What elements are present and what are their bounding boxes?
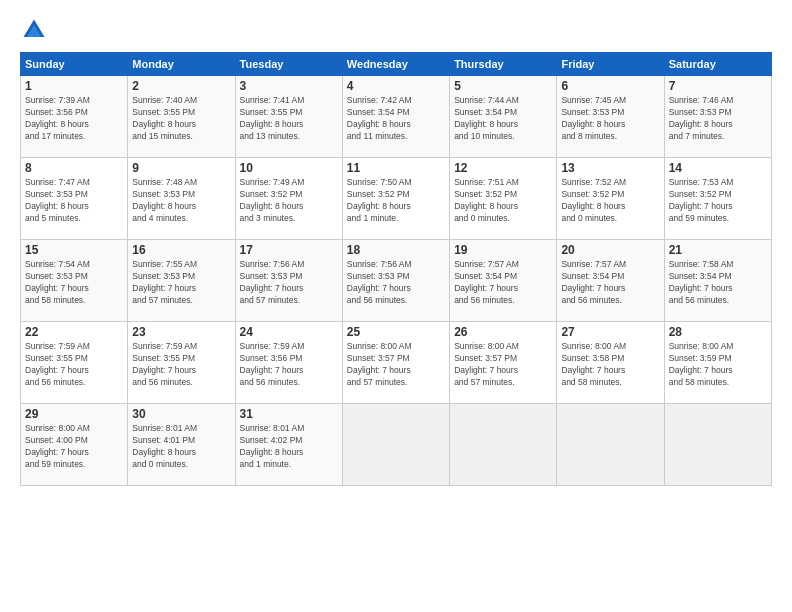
day-number: 19 [454, 243, 552, 257]
day-cell: 26Sunrise: 8:00 AMSunset: 3:57 PMDayligh… [450, 322, 557, 404]
day-info: Sunrise: 8:01 AMSunset: 4:01 PMDaylight:… [132, 423, 230, 471]
day-cell: 11Sunrise: 7:50 AMSunset: 3:52 PMDayligh… [342, 158, 449, 240]
day-info: Sunrise: 7:46 AMSunset: 3:53 PMDaylight:… [669, 95, 767, 143]
day-info: Sunrise: 7:56 AMSunset: 3:53 PMDaylight:… [347, 259, 445, 307]
calendar-table: SundayMondayTuesdayWednesdayThursdayFrid… [20, 52, 772, 486]
day-cell: 22Sunrise: 7:59 AMSunset: 3:55 PMDayligh… [21, 322, 128, 404]
day-cell: 2Sunrise: 7:40 AMSunset: 3:55 PMDaylight… [128, 76, 235, 158]
header-day-tuesday: Tuesday [235, 53, 342, 76]
header-day-friday: Friday [557, 53, 664, 76]
day-number: 12 [454, 161, 552, 175]
day-cell: 27Sunrise: 8:00 AMSunset: 3:58 PMDayligh… [557, 322, 664, 404]
day-number: 29 [25, 407, 123, 421]
day-info: Sunrise: 7:59 AMSunset: 3:55 PMDaylight:… [25, 341, 123, 389]
day-number: 25 [347, 325, 445, 339]
day-info: Sunrise: 7:54 AMSunset: 3:53 PMDaylight:… [25, 259, 123, 307]
day-info: Sunrise: 7:56 AMSunset: 3:53 PMDaylight:… [240, 259, 338, 307]
day-cell: 16Sunrise: 7:55 AMSunset: 3:53 PMDayligh… [128, 240, 235, 322]
day-number: 6 [561, 79, 659, 93]
day-number: 23 [132, 325, 230, 339]
day-cell: 1Sunrise: 7:39 AMSunset: 3:56 PMDaylight… [21, 76, 128, 158]
day-cell: 9Sunrise: 7:48 AMSunset: 3:53 PMDaylight… [128, 158, 235, 240]
day-info: Sunrise: 7:48 AMSunset: 3:53 PMDaylight:… [132, 177, 230, 225]
header-day-wednesday: Wednesday [342, 53, 449, 76]
day-info: Sunrise: 7:45 AMSunset: 3:53 PMDaylight:… [561, 95, 659, 143]
week-row-3: 15Sunrise: 7:54 AMSunset: 3:53 PMDayligh… [21, 240, 772, 322]
day-number: 2 [132, 79, 230, 93]
day-number: 14 [669, 161, 767, 175]
day-info: Sunrise: 7:57 AMSunset: 3:54 PMDaylight:… [561, 259, 659, 307]
header-row: SundayMondayTuesdayWednesdayThursdayFrid… [21, 53, 772, 76]
calendar-body: 1Sunrise: 7:39 AMSunset: 3:56 PMDaylight… [21, 76, 772, 486]
day-number: 30 [132, 407, 230, 421]
day-cell [557, 404, 664, 486]
day-info: Sunrise: 7:57 AMSunset: 3:54 PMDaylight:… [454, 259, 552, 307]
day-cell: 19Sunrise: 7:57 AMSunset: 3:54 PMDayligh… [450, 240, 557, 322]
header-day-thursday: Thursday [450, 53, 557, 76]
day-cell [664, 404, 771, 486]
day-number: 27 [561, 325, 659, 339]
day-info: Sunrise: 8:00 AMSunset: 3:57 PMDaylight:… [347, 341, 445, 389]
page: SundayMondayTuesdayWednesdayThursdayFrid… [0, 0, 792, 612]
day-cell: 13Sunrise: 7:52 AMSunset: 3:52 PMDayligh… [557, 158, 664, 240]
day-cell: 31Sunrise: 8:01 AMSunset: 4:02 PMDayligh… [235, 404, 342, 486]
week-row-1: 1Sunrise: 7:39 AMSunset: 3:56 PMDaylight… [21, 76, 772, 158]
day-number: 9 [132, 161, 230, 175]
day-cell [342, 404, 449, 486]
week-row-5: 29Sunrise: 8:00 AMSunset: 4:00 PMDayligh… [21, 404, 772, 486]
header [20, 16, 772, 44]
day-cell: 29Sunrise: 8:00 AMSunset: 4:00 PMDayligh… [21, 404, 128, 486]
day-info: Sunrise: 8:00 AMSunset: 3:58 PMDaylight:… [561, 341, 659, 389]
day-number: 7 [669, 79, 767, 93]
day-cell: 25Sunrise: 8:00 AMSunset: 3:57 PMDayligh… [342, 322, 449, 404]
day-info: Sunrise: 7:42 AMSunset: 3:54 PMDaylight:… [347, 95, 445, 143]
day-info: Sunrise: 8:00 AMSunset: 4:00 PMDaylight:… [25, 423, 123, 471]
day-cell: 3Sunrise: 7:41 AMSunset: 3:55 PMDaylight… [235, 76, 342, 158]
day-info: Sunrise: 7:50 AMSunset: 3:52 PMDaylight:… [347, 177, 445, 225]
day-cell [450, 404, 557, 486]
day-number: 16 [132, 243, 230, 257]
day-info: Sunrise: 7:47 AMSunset: 3:53 PMDaylight:… [25, 177, 123, 225]
day-cell: 17Sunrise: 7:56 AMSunset: 3:53 PMDayligh… [235, 240, 342, 322]
day-info: Sunrise: 7:52 AMSunset: 3:52 PMDaylight:… [561, 177, 659, 225]
day-cell: 12Sunrise: 7:51 AMSunset: 3:52 PMDayligh… [450, 158, 557, 240]
header-day-monday: Monday [128, 53, 235, 76]
day-number: 15 [25, 243, 123, 257]
day-info: Sunrise: 7:55 AMSunset: 3:53 PMDaylight:… [132, 259, 230, 307]
day-number: 17 [240, 243, 338, 257]
day-number: 28 [669, 325, 767, 339]
day-number: 26 [454, 325, 552, 339]
day-info: Sunrise: 7:49 AMSunset: 3:52 PMDaylight:… [240, 177, 338, 225]
day-info: Sunrise: 7:44 AMSunset: 3:54 PMDaylight:… [454, 95, 552, 143]
day-info: Sunrise: 7:41 AMSunset: 3:55 PMDaylight:… [240, 95, 338, 143]
day-info: Sunrise: 7:53 AMSunset: 3:52 PMDaylight:… [669, 177, 767, 225]
day-info: Sunrise: 7:59 AMSunset: 3:56 PMDaylight:… [240, 341, 338, 389]
day-info: Sunrise: 7:39 AMSunset: 3:56 PMDaylight:… [25, 95, 123, 143]
header-day-sunday: Sunday [21, 53, 128, 76]
day-cell: 10Sunrise: 7:49 AMSunset: 3:52 PMDayligh… [235, 158, 342, 240]
day-cell: 20Sunrise: 7:57 AMSunset: 3:54 PMDayligh… [557, 240, 664, 322]
day-info: Sunrise: 8:00 AMSunset: 3:57 PMDaylight:… [454, 341, 552, 389]
day-info: Sunrise: 7:58 AMSunset: 3:54 PMDaylight:… [669, 259, 767, 307]
day-info: Sunrise: 8:00 AMSunset: 3:59 PMDaylight:… [669, 341, 767, 389]
day-cell: 23Sunrise: 7:59 AMSunset: 3:55 PMDayligh… [128, 322, 235, 404]
day-cell: 30Sunrise: 8:01 AMSunset: 4:01 PMDayligh… [128, 404, 235, 486]
day-number: 13 [561, 161, 659, 175]
day-number: 3 [240, 79, 338, 93]
day-cell: 7Sunrise: 7:46 AMSunset: 3:53 PMDaylight… [664, 76, 771, 158]
logo [20, 16, 52, 44]
day-cell: 5Sunrise: 7:44 AMSunset: 3:54 PMDaylight… [450, 76, 557, 158]
day-cell: 21Sunrise: 7:58 AMSunset: 3:54 PMDayligh… [664, 240, 771, 322]
week-row-4: 22Sunrise: 7:59 AMSunset: 3:55 PMDayligh… [21, 322, 772, 404]
week-row-2: 8Sunrise: 7:47 AMSunset: 3:53 PMDaylight… [21, 158, 772, 240]
day-info: Sunrise: 7:59 AMSunset: 3:55 PMDaylight:… [132, 341, 230, 389]
day-cell: 24Sunrise: 7:59 AMSunset: 3:56 PMDayligh… [235, 322, 342, 404]
day-number: 11 [347, 161, 445, 175]
logo-icon [20, 16, 48, 44]
day-info: Sunrise: 7:51 AMSunset: 3:52 PMDaylight:… [454, 177, 552, 225]
day-info: Sunrise: 7:40 AMSunset: 3:55 PMDaylight:… [132, 95, 230, 143]
day-cell: 6Sunrise: 7:45 AMSunset: 3:53 PMDaylight… [557, 76, 664, 158]
day-cell: 14Sunrise: 7:53 AMSunset: 3:52 PMDayligh… [664, 158, 771, 240]
day-number: 18 [347, 243, 445, 257]
day-cell: 4Sunrise: 7:42 AMSunset: 3:54 PMDaylight… [342, 76, 449, 158]
